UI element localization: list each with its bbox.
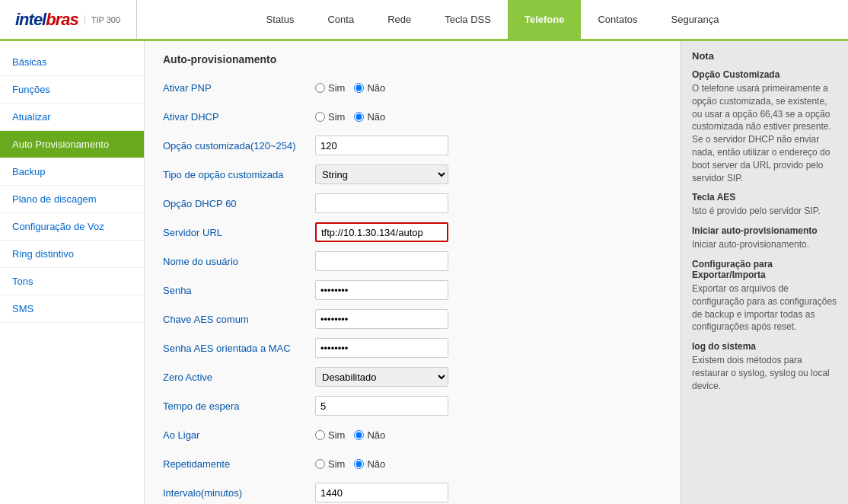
nav-seguranca[interactable]: Segurança (655, 0, 736, 39)
header: intelbras TIP 300 Status Conta Rede Tecl… (0, 0, 848, 41)
sidebar-item-sms[interactable]: SMS (0, 295, 144, 323)
input-nome-usuario[interactable] (315, 251, 448, 271)
input-senha[interactable] (315, 280, 448, 300)
sidebar-item-backup[interactable]: Backup (0, 158, 144, 186)
label-opcao-customizada: Opção customizada(120~254) (163, 140, 315, 152)
control-opcao-customizada (315, 136, 448, 155)
row-nome-usuario: Nome do usuário (163, 250, 662, 273)
row-servidor-url: Servidor URL (163, 221, 662, 244)
radio-repetidamente-sim[interactable]: Sim (315, 458, 345, 470)
row-chave-aes: Chave AES comum (163, 308, 662, 330)
control-intervalo (315, 483, 448, 502)
radio-ao-ligar-nao[interactable]: Não (354, 429, 385, 441)
label-tipo-opcao: Tipo de opção customizada (163, 169, 315, 180)
row-zero-active: Zero Active Desabilitado Habilitado (163, 365, 662, 388)
label-repetidamente: Repetidamente (163, 458, 315, 470)
label-tempo-espera: Tempo de espera (163, 400, 315, 412)
nav-tecla-dss[interactable]: Tecla DSS (428, 0, 508, 39)
label-opcao-dhcp60: Opção DHCP 60 (163, 198, 315, 209)
note-section-opcao-customizada-title: Opção Customizada (692, 69, 837, 80)
control-zero-active: Desabilitado Habilitado (315, 367, 448, 387)
row-tipo-opcao: Tipo de opção customizada String (163, 163, 662, 186)
label-zero-active: Zero Active (163, 372, 315, 383)
label-intervalo: Intervalo(minutos) (163, 487, 315, 499)
control-senha (315, 280, 448, 300)
note-section-tecla-aes-text: Isto é provido pelo servidor SIP. (692, 205, 837, 218)
note-section-iniciar-text: Iniciar auto-provisionamento. (692, 238, 837, 251)
row-tempo-espera: Tempo de espera (163, 394, 662, 417)
radio-group-ativar-pnp: Sim Não (315, 82, 385, 94)
sidebar-item-funcoes[interactable]: Funções (0, 76, 144, 104)
row-senha-aes-mac: Senha AES orientada a MAC (163, 337, 662, 359)
note-section-log-text: Existem dois métodos para restaurar o sy… (692, 354, 837, 392)
input-tempo-espera[interactable] (315, 396, 448, 416)
logo-area: intelbras TIP 300 (0, 0, 137, 39)
label-ao-ligar: Ao Ligar (163, 429, 315, 441)
radio-pnp-sim[interactable]: Sim (315, 82, 345, 94)
label-ativar-dhcp: Ativar DHCP (163, 111, 315, 123)
logo: intelbras (15, 10, 78, 30)
sidebar-item-auto-provisionamento[interactable]: Auto Provisionamento (0, 131, 144, 158)
nav-contatos[interactable]: Contatos (581, 0, 654, 39)
sidebar-item-atualizar[interactable]: Atualizar (0, 104, 144, 131)
row-ao-ligar: Ao Ligar Sim Não (163, 423, 662, 446)
section-title: Auto-provisionamento (163, 53, 662, 65)
control-tempo-espera (315, 396, 448, 416)
radio-group-ativar-dhcp: Sim Não (315, 111, 385, 123)
control-nome-usuario (315, 251, 448, 271)
input-opcao-dhcp60[interactable] (315, 193, 448, 213)
radio-repetidamente-nao[interactable]: Não (354, 458, 385, 470)
note-section-exportar-text: Exportar os arquivos de configuração par… (692, 282, 837, 333)
radio-group-repetidamente: Sim Não (315, 458, 385, 470)
sidebar-item-basicas[interactable]: Básicas (0, 49, 144, 76)
note-panel: Nota Opção Customizada O telefone usará … (681, 41, 848, 504)
label-senha: Senha (163, 285, 315, 296)
input-servidor-url[interactable] (315, 222, 448, 242)
radio-group-ao-ligar: Sim Não (315, 429, 385, 441)
note-title: Nota (692, 50, 837, 62)
sidebar-item-configuracao-voz[interactable]: Configuração de Voz (0, 213, 144, 241)
row-opcao-customizada: Opção customizada(120~254) (163, 134, 662, 157)
control-servidor-url (315, 222, 448, 242)
radio-pnp-nao[interactable]: Não (354, 82, 385, 94)
label-senha-aes-mac: Senha AES orientada a MAC (163, 343, 315, 354)
select-zero-active[interactable]: Desabilitado Habilitado (315, 367, 448, 387)
note-section-iniciar-title: Iniciar auto-provisionamento (692, 225, 837, 236)
row-intervalo: Intervalo(minutos) (163, 481, 662, 504)
content: Básicas Funções Atualizar Auto Provision… (0, 41, 848, 504)
label-nome-usuario: Nome do usuário (163, 256, 315, 267)
input-senha-aes-mac[interactable] (315, 338, 448, 358)
sidebar-item-plano-discagem[interactable]: Plano de discagem (0, 186, 144, 213)
row-ativar-pnp: Ativar PNP Sim Não (163, 76, 662, 99)
sidebar-item-ring-distintivo[interactable]: Ring distintivo (0, 241, 144, 268)
nav: Status Conta Rede Tecla DSS Telefone Con… (137, 0, 848, 39)
row-repetidamente: Repetidamente Sim Não (163, 452, 662, 475)
input-opcao-customizada[interactable] (315, 136, 448, 155)
radio-dhcp-sim[interactable]: Sim (315, 111, 345, 123)
label-ativar-pnp: Ativar PNP (163, 82, 315, 94)
row-senha: Senha (163, 279, 662, 301)
nav-telefone[interactable]: Telefone (508, 0, 582, 39)
main-content: Auto-provisionamento Ativar PNP Sim Não … (145, 41, 681, 504)
note-section-tecla-aes-title: Tecla AES (692, 192, 837, 203)
row-ativar-dhcp: Ativar DHCP Sim Não (163, 105, 662, 128)
sidebar-item-tons[interactable]: Tons (0, 268, 144, 295)
input-intervalo[interactable] (315, 483, 448, 502)
label-servidor-url: Servidor URL (163, 227, 315, 238)
model-label: TIP 300 (84, 15, 120, 24)
row-opcao-dhcp60: Opção DHCP 60 (163, 192, 662, 215)
label-chave-aes: Chave AES comum (163, 314, 315, 325)
radio-dhcp-nao[interactable]: Não (354, 111, 385, 123)
radio-ao-ligar-sim[interactable]: Sim (315, 429, 345, 441)
control-tipo-opcao: String (315, 164, 448, 184)
note-section-exportar-title: Configuração para Exportar/Importa (692, 259, 837, 280)
control-senha-aes-mac (315, 338, 448, 358)
nav-rede[interactable]: Rede (371, 0, 428, 39)
control-chave-aes (315, 309, 448, 329)
select-tipo-opcao[interactable]: String (315, 164, 448, 184)
nav-status[interactable]: Status (250, 0, 311, 39)
input-chave-aes[interactable] (315, 309, 448, 329)
control-opcao-dhcp60 (315, 193, 448, 213)
sidebar: Básicas Funções Atualizar Auto Provision… (0, 41, 145, 504)
nav-conta[interactable]: Conta (311, 0, 371, 39)
